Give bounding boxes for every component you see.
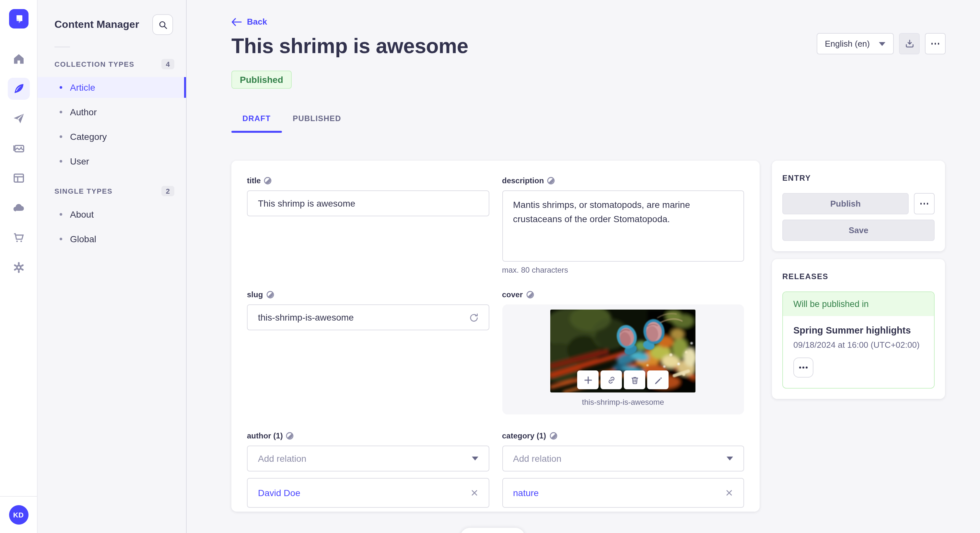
copy-link-button[interactable]: [601, 370, 622, 389]
cover-caption: this-shrimp-is-awesome: [582, 398, 664, 407]
locale-value: English (en): [825, 39, 870, 49]
tab-published[interactable]: PUBLISHED: [282, 106, 352, 131]
search-button[interactable]: [152, 14, 173, 35]
bullet-icon: [60, 213, 62, 216]
back-label: Back: [247, 17, 267, 27]
globe-icon: [526, 291, 534, 298]
ellipsis-icon: [931, 43, 940, 45]
sidebar-item-category[interactable]: Category: [38, 126, 186, 147]
close-icon[interactable]: [470, 489, 478, 497]
globe-icon: [264, 177, 272, 185]
combobox-placeholder: Add relation: [258, 453, 306, 464]
release-more-button[interactable]: [793, 357, 813, 378]
release-name: Spring Summer highlights: [793, 325, 924, 335]
status-badge: Published: [231, 71, 292, 89]
slug-value: this-shrimp-is-awesome: [258, 312, 354, 322]
delete-asset-button[interactable]: [624, 370, 646, 389]
author-relation-combobox[interactable]: Add relation: [247, 446, 489, 471]
nav-rail: KD: [0, 0, 38, 533]
sidebar-item-article[interactable]: Article: [38, 77, 186, 98]
sidebar-item-global[interactable]: Global: [38, 228, 186, 249]
sidebar-item-author[interactable]: Author: [38, 102, 186, 122]
releases-heading: RELEASES: [782, 272, 935, 281]
collection-types-section: COLLECTION TYPES 4 Article Author Catego…: [38, 54, 186, 171]
download-button[interactable]: [899, 33, 920, 54]
cloud-icon[interactable]: [8, 197, 30, 219]
bottom-peek-card: [460, 528, 525, 533]
field-label: cover: [502, 290, 523, 299]
gear-icon[interactable]: [8, 257, 30, 279]
description-hint: max. 80 characters: [502, 265, 744, 274]
title-input[interactable]: This shrimp is awesome: [247, 190, 489, 216]
bullet-icon: [60, 160, 62, 163]
version-tabs: DRAFT PUBLISHED: [231, 106, 352, 131]
category-relation-combobox[interactable]: Add relation: [502, 446, 744, 471]
field-label: description: [502, 176, 544, 185]
entry-heading: ENTRY: [782, 174, 935, 182]
bullet-icon: [60, 238, 62, 240]
ellipsis-icon: [920, 203, 929, 205]
strapi-logo-icon[interactable]: [9, 9, 28, 29]
category-field: category (1) Add relation nature: [502, 431, 744, 508]
sidebar-item-user[interactable]: User: [38, 151, 186, 171]
regenerate-icon[interactable]: [468, 313, 478, 322]
globe-icon: [266, 291, 274, 298]
cover-image: [550, 309, 696, 392]
locale-select[interactable]: English (en): [816, 33, 894, 54]
layout-icon[interactable]: [8, 167, 30, 189]
feather-pen-icon[interactable]: [8, 78, 30, 100]
subnav-divider: [54, 47, 70, 47]
slug-input[interactable]: this-shrimp-is-awesome: [247, 305, 489, 330]
plus-icon: [584, 375, 593, 384]
description-value: Mantis shrimps, or stomatopods, are mari…: [513, 200, 690, 224]
cart-icon[interactable]: [8, 227, 30, 249]
title-field: title This shrimp is awesome: [247, 176, 489, 290]
category-relation-item: nature: [502, 478, 744, 508]
app-root: KD Content Manager COLLECTION TYPES 4 Ar…: [0, 0, 980, 533]
rail-nav: [8, 48, 30, 279]
chevron-down-icon: [727, 457, 733, 460]
ellipsis-icon: [800, 367, 808, 368]
tab-draft[interactable]: DRAFT: [231, 106, 282, 131]
globe-icon: [286, 432, 294, 440]
section-count-badge: 2: [161, 186, 174, 196]
edit-form-card: title This shrimp is awesome description: [231, 160, 760, 512]
author-field: author (1) Add relation David Doe: [247, 431, 489, 508]
subnav-title: Content Manager: [54, 19, 139, 30]
link-icon: [607, 375, 616, 384]
single-types-section: SINGLE TYPES 2 About Global: [38, 181, 186, 249]
close-icon[interactable]: [725, 489, 733, 497]
sidebar-item-about[interactable]: About: [38, 204, 186, 225]
sidebar-item-label: User: [70, 156, 89, 167]
images-icon[interactable]: [8, 137, 30, 159]
save-button[interactable]: Save: [782, 219, 935, 241]
sidebar-item-label: Author: [70, 107, 97, 117]
more-actions-button[interactable]: [925, 33, 946, 54]
entry-more-button[interactable]: [914, 193, 935, 214]
title-value: This shrimp is awesome: [258, 198, 355, 209]
paper-plane-icon[interactable]: [8, 108, 30, 130]
sidebar-item-label: Global: [70, 234, 96, 244]
back-arrow-icon: [231, 17, 242, 26]
globe-icon: [549, 432, 557, 440]
slug-field: slug this-shrimp-is-awesome: [247, 290, 489, 431]
combobox-placeholder: Add relation: [513, 453, 561, 464]
edit-asset-button[interactable]: [648, 370, 669, 389]
back-link[interactable]: Back: [231, 17, 267, 27]
content-manager-subnav: Content Manager COLLECTION TYPES 4 Artic…: [38, 0, 187, 533]
bullet-icon: [60, 111, 62, 113]
header-controls: English (en): [816, 33, 946, 54]
relation-link[interactable]: nature: [513, 488, 539, 498]
rail-footer: KD: [0, 496, 37, 533]
publish-button[interactable]: Publish: [782, 193, 909, 214]
entry-panel: ENTRY Publish Save: [772, 160, 945, 251]
description-textarea[interactable]: Mantis shrimps, or stomatopods, are mari…: [502, 190, 744, 262]
avatar[interactable]: KD: [9, 505, 28, 525]
chevron-down-icon: [471, 457, 478, 460]
page-title: This shrimp is awesome: [231, 34, 468, 58]
globe-icon: [547, 177, 555, 185]
add-asset-button[interactable]: [578, 370, 599, 389]
release-date: 09/18/2024 at 16:00 (UTC+02:00): [793, 340, 924, 350]
home-icon[interactable]: [8, 48, 30, 70]
relation-link[interactable]: David Doe: [258, 488, 301, 498]
